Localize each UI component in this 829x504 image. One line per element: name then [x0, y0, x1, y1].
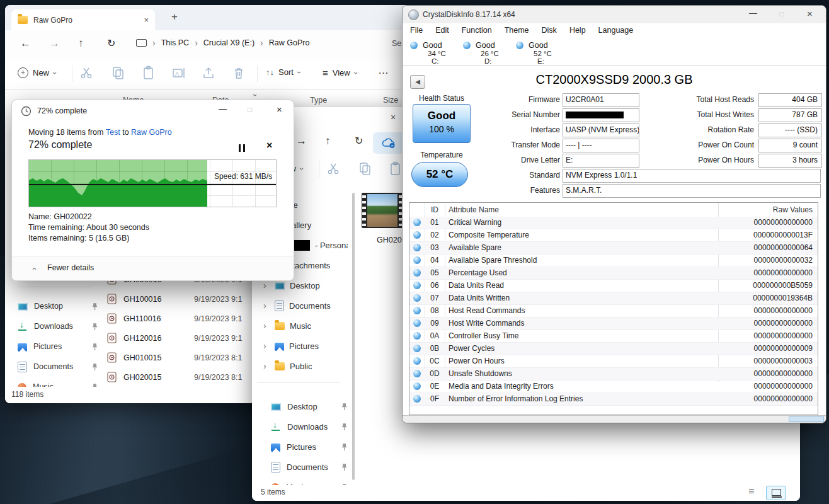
- view-button[interactable]: ≡ View ›: [323, 67, 357, 78]
- menu-item[interactable]: Theme: [505, 26, 529, 41]
- smart-attribute-row[interactable]: 07 Data Units Written 0000000019364B: [409, 292, 818, 305]
- expand-chevron-icon[interactable]: ›: [263, 301, 270, 311]
- expand-chevron-icon[interactable]: ›: [263, 361, 270, 371]
- attribute-raw-value: 00000000000000: [754, 369, 813, 378]
- breadcrumb-item[interactable]: Crucial X9 (E:): [203, 38, 254, 47]
- menu-item[interactable]: Help: [569, 26, 586, 41]
- tree-item[interactable]: › Public: [260, 356, 348, 376]
- drive-tab[interactable]: Good 26 °C D:: [460, 40, 513, 66]
- large-icons-view-toggle[interactable]: [766, 486, 786, 500]
- onedrive-sync-button[interactable]: [373, 132, 404, 154]
- smart-attribute-row[interactable]: 03 Available Spare 00000000000064: [409, 242, 818, 255]
- tree-item[interactable]: › Documents: [260, 295, 348, 316]
- back-icon[interactable]: ←: [20, 37, 31, 50]
- up-icon[interactable]: ↑: [325, 135, 331, 147]
- cancel-button[interactable]: ×: [266, 140, 272, 151]
- column-header-size[interactable]: Size: [383, 96, 398, 105]
- temperature-pill[interactable]: 52 °C: [411, 162, 468, 187]
- menu-item[interactable]: Function: [462, 26, 492, 41]
- sidebar-item[interactable]: Pictures: [260, 437, 348, 457]
- smart-attribute-row[interactable]: 09 Host Write Commands 00000000000000: [409, 318, 818, 330]
- tree-item[interactable]: › Music: [260, 316, 348, 336]
- sidebar-scrollbar[interactable]: [352, 193, 355, 480]
- maximize-icon[interactable]: □: [779, 9, 784, 18]
- copy-icon[interactable]: [111, 66, 125, 81]
- pause-button[interactable]: [239, 144, 246, 152]
- smart-attribute-row[interactable]: 01 Critical Warning 00000000000000: [409, 217, 818, 229]
- sidebar-item[interactable]: Desktop: [260, 396, 348, 416]
- destination-folder-link[interactable]: Raw GoPro: [131, 128, 172, 137]
- minimize-icon[interactable]: —: [749, 8, 757, 18]
- status-bar: 5 items ≡: [252, 485, 800, 501]
- sidebar-item[interactable]: Downloads: [14, 316, 98, 336]
- smart-attribute-row[interactable]: 08 Host Read Commands 00000000000000: [409, 305, 818, 318]
- sort-button[interactable]: ↑↓ Sort ›: [266, 67, 300, 77]
- refresh-icon[interactable]: ↻: [355, 135, 363, 147]
- source-folder-link[interactable]: Test: [106, 128, 120, 137]
- paste-icon[interactable]: [388, 161, 402, 176]
- forward-icon[interactable]: →: [296, 135, 307, 147]
- video-thumbnail[interactable]: [362, 193, 403, 228]
- attribute-name: Host Read Commands: [449, 306, 525, 315]
- maximize-icon[interactable]: □: [248, 105, 252, 114]
- column-header-type[interactable]: Type: [310, 96, 327, 105]
- new-tab-icon[interactable]: +: [171, 11, 178, 23]
- sidebar-item[interactable]: Documents: [14, 357, 98, 377]
- field-label: Drive Letter: [478, 156, 560, 164]
- smart-attribute-row[interactable]: 05 Percentage Used 00000000000000: [409, 267, 818, 280]
- cut-icon[interactable]: [326, 161, 340, 176]
- tab-raw-gopro[interactable]: Raw GoPro ×: [11, 9, 155, 30]
- smart-attribute-row[interactable]: 02 Composite Temperature 0000000000013F: [409, 229, 818, 242]
- drive-tab[interactable]: Good 52 °C E:: [513, 40, 566, 66]
- close-icon[interactable]: ×: [807, 8, 813, 19]
- new-button[interactable]: + New ›: [18, 67, 56, 78]
- copy-icon[interactable]: [358, 161, 372, 176]
- tab-title: Raw GoPro: [33, 16, 138, 25]
- rename-icon[interactable]: A: [171, 66, 186, 81]
- header-id[interactable]: ID: [425, 205, 445, 214]
- breadcrumb-item[interactable]: This PC: [161, 38, 189, 47]
- sidebar-item[interactable]: Pictures: [14, 336, 98, 357]
- delete-icon[interactable]: [232, 66, 246, 81]
- expand-chevron-icon[interactable]: ›: [263, 280, 270, 290]
- resize-grip[interactable]: [789, 416, 824, 422]
- close-icon[interactable]: ×: [277, 104, 282, 115]
- smart-attribute-row[interactable]: 06 Data Units Read 000000000B5059: [409, 280, 818, 292]
- fewer-details-button[interactable]: Fewer details: [47, 263, 94, 272]
- smart-attribute-row[interactable]: 0D Unsafe Shutdowns 00000000000000: [409, 368, 818, 381]
- smart-attribute-row[interactable]: 0B Power Cycles 00000000000009: [409, 343, 818, 355]
- tree-item-icon: [275, 322, 285, 330]
- smart-attribute-row[interactable]: 0A Controller Busy Time 00000000000000: [409, 330, 818, 343]
- smart-attribute-row[interactable]: 0C Power On Hours 00000000000003: [409, 355, 818, 368]
- menu-item[interactable]: Edit: [435, 26, 449, 41]
- details-view-icon[interactable]: ≡: [748, 486, 754, 497]
- menu-item[interactable]: Language: [598, 26, 634, 41]
- tab-close-icon[interactable]: ×: [144, 15, 149, 25]
- sidebar-item[interactable]: Downloads: [260, 416, 348, 437]
- paste-icon[interactable]: [141, 66, 155, 81]
- drive-temperature: 26 °C: [460, 50, 513, 57]
- up-icon[interactable]: ↑: [78, 37, 84, 50]
- refresh-icon[interactable]: ↻: [107, 37, 115, 49]
- drive-tab[interactable]: Good 34 °C C:: [408, 40, 460, 66]
- sidebar-item[interactable]: Documents: [260, 457, 348, 477]
- tab-close-icon[interactable]: ×: [391, 112, 396, 122]
- forward-icon[interactable]: →: [49, 37, 60, 50]
- breadcrumb-item[interactable]: Raw GoPro: [269, 38, 310, 47]
- smart-attribute-row[interactable]: 0F Number of Error Information Log Entri…: [409, 393, 818, 406]
- expand-chevron-icon[interactable]: ›: [263, 321, 270, 331]
- smart-attribute-row[interactable]: 04 Available Spare Threshold 00000000000…: [409, 255, 818, 267]
- smart-attribute-row[interactable]: 0E Media and Data Integrity Errors 00000…: [409, 381, 818, 393]
- expand-chevron-icon[interactable]: ›: [263, 341, 270, 351]
- tree-item[interactable]: › Pictures: [260, 336, 348, 356]
- cut-icon[interactable]: [79, 66, 93, 81]
- sidebar-item[interactable]: Desktop: [14, 296, 98, 316]
- header-attribute-name[interactable]: Attribute Name: [449, 205, 499, 214]
- health-status-box[interactable]: Good 100 %: [413, 104, 471, 143]
- minimize-icon[interactable]: —: [219, 104, 227, 113]
- share-icon[interactable]: [202, 66, 217, 81]
- menu-item[interactable]: Disk: [542, 26, 557, 41]
- header-raw-values[interactable]: Raw Values: [773, 205, 813, 214]
- more-options-icon[interactable]: …: [378, 64, 390, 77]
- menu-item[interactable]: File: [410, 26, 423, 41]
